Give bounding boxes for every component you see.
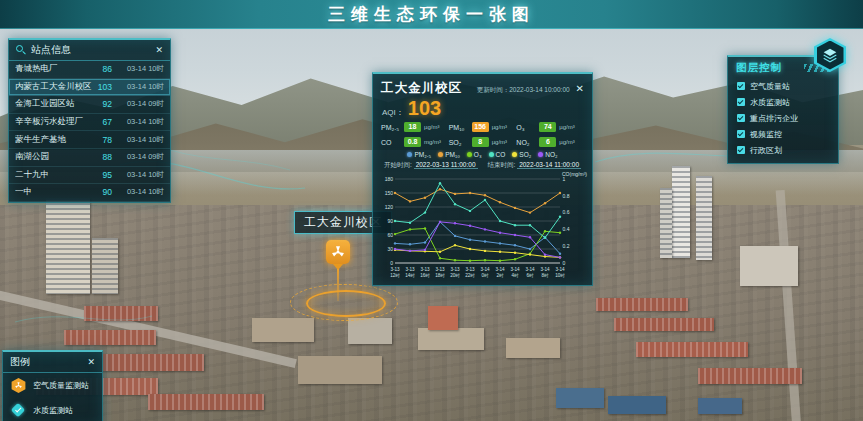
end-time-label: 结束时间:	[488, 161, 516, 168]
pollutant-unit: µg/m³	[559, 139, 574, 145]
station-row[interactable]: 南湖公园8803-14 09时	[9, 149, 170, 167]
svg-text:3-14: 3-14	[555, 267, 565, 272]
building	[556, 388, 604, 408]
svg-text:0.8: 0.8	[562, 193, 569, 199]
station-row[interactable]: 青城热电厂8603-14 10时	[9, 61, 170, 79]
building	[46, 198, 90, 294]
legend-dot-icon	[489, 152, 494, 157]
chart-legend-item[interactable]: SO₂	[512, 151, 531, 158]
station-row[interactable]: 一中9003-14 10时	[9, 184, 170, 202]
pollutant-value-badge: 6	[539, 137, 556, 147]
start-time-label: 开始时间:	[384, 161, 412, 168]
station-time: 03-14 10时	[112, 64, 164, 74]
svg-text:16时: 16时	[420, 273, 430, 278]
station-aqi: 103	[92, 82, 112, 92]
start-time-group: 开始时间: 2022-03-13 11:00:00	[384, 161, 478, 170]
station-aqi: 78	[92, 135, 112, 145]
layer-checkbox[interactable]	[737, 82, 745, 90]
svg-text:3-13: 3-13	[465, 267, 475, 272]
chart-legend-item[interactable]: O₃	[467, 151, 482, 158]
map-legend-panel: 图例 ✕ 空气质量监测站水质监测站	[2, 350, 103, 421]
building	[148, 394, 264, 410]
station-row[interactable]: 辛辛板污水处理厂6703-14 10时	[9, 114, 170, 132]
svg-text:8时: 8时	[541, 273, 549, 278]
station-row[interactable]: 蒙牛生产基地7803-14 10时	[9, 131, 170, 149]
legend-dot-icon	[438, 152, 443, 157]
chart-legend-item[interactable]: CO	[489, 151, 506, 158]
station-row[interactable]: 二十九中9503-14 10时	[9, 167, 170, 185]
pollutant-metric: NO₂6µg/m³	[516, 137, 584, 147]
close-icon[interactable]: ✕	[87, 357, 95, 367]
pollutant-label: PM₁₀	[449, 124, 469, 131]
building	[614, 318, 714, 331]
pollutant-label: NO₂	[516, 139, 536, 146]
building	[506, 338, 560, 358]
close-icon[interactable]: ✕	[576, 83, 584, 94]
layer-checkbox[interactable]	[737, 114, 745, 122]
svg-text:3-14: 3-14	[525, 267, 535, 272]
building	[252, 318, 314, 342]
map-viewport[interactable]: 三维生态环保一张图 站点信息 ✕ 青城热电厂8603-14 10时内蒙古工大金川…	[0, 0, 863, 421]
time-range-row: 开始时间: 2022-03-13 11:00:00 结束时间: 2022-03-…	[373, 159, 592, 171]
pollutant-grid: PM₂.₅18µg/m³PM₁₀156µg/m³O₃74µg/m³CO0.8mg…	[373, 118, 592, 149]
station-panel-title: 站点信息	[31, 43, 71, 57]
building	[92, 238, 118, 294]
chart-legend-item[interactable]: NO₂	[538, 151, 557, 158]
layer-item[interactable]: 重点排污企业	[728, 110, 838, 126]
layer-item[interactable]: 空气质量站	[728, 78, 838, 94]
station-aqi: 90	[92, 187, 112, 197]
start-time-input[interactable]: 2022-03-13 11:00:00	[414, 161, 478, 169]
chart-legend-item[interactable]: PM₂.₅	[407, 151, 431, 158]
svg-text:3-13: 3-13	[420, 267, 430, 272]
layer-checkbox[interactable]	[737, 146, 745, 154]
svg-text:20时: 20时	[450, 273, 460, 278]
end-time-group: 结束时间: 2022-03-14 11:00:00	[488, 161, 582, 170]
station-time: 03-14 09时	[112, 99, 164, 109]
chart-legend-item[interactable]: PM₁₀	[438, 151, 460, 158]
chart-legend: PM₂.₅PM₁₀O₃COSO₂NO₂	[373, 149, 592, 159]
building	[596, 298, 688, 311]
search-icon[interactable]	[16, 45, 26, 55]
svg-text:10时: 10时	[555, 273, 565, 278]
legend-dot-icon	[538, 152, 543, 157]
layer-item[interactable]: 水质监测站	[728, 94, 838, 110]
building	[660, 188, 672, 258]
legend-dot-icon	[467, 152, 472, 157]
station-name: 南湖公园	[15, 151, 92, 163]
svg-text:3-14: 3-14	[510, 267, 520, 272]
station-aqi: 86	[92, 64, 112, 74]
pollutant-metric: O₃74µg/m³	[516, 122, 584, 132]
station-row[interactable]: 金海工业园区站9203-14 09时	[9, 96, 170, 114]
station-marker-icon[interactable]	[326, 240, 350, 264]
end-time-input[interactable]: 2022-03-14 11:00:00	[517, 161, 581, 169]
layers-widget-button[interactable]	[814, 38, 846, 72]
building	[428, 306, 458, 330]
building	[348, 318, 392, 344]
legend-label: CO	[496, 151, 506, 158]
legend-dot-icon	[512, 152, 517, 157]
layer-checkbox[interactable]	[737, 98, 745, 106]
update-time-value: 2022-03-14 10:00:00	[509, 86, 569, 93]
station-row[interactable]: 内蒙古工大金川校区10303-14 10时	[9, 79, 170, 97]
station-time: 03-14 10时	[112, 187, 164, 197]
pollutant-value-badge: 18	[404, 122, 421, 132]
svg-text:90: 90	[387, 218, 393, 224]
water-station-diamond-icon	[11, 403, 25, 417]
station-time: 03-14 10时	[112, 135, 164, 145]
svg-text:22时: 22时	[465, 273, 475, 278]
svg-text:3-14: 3-14	[540, 267, 550, 272]
station-aqi: 95	[92, 170, 112, 180]
layer-checkbox[interactable]	[737, 130, 745, 138]
layer-item[interactable]: 行政区划	[728, 142, 838, 158]
svg-text:0.2: 0.2	[562, 243, 569, 249]
close-icon[interactable]: ✕	[155, 45, 163, 55]
pollutant-unit: µg/m³	[492, 139, 507, 145]
pollutant-metric: PM₂.₅18µg/m³	[381, 122, 449, 132]
station-panel-titlebar: 站点信息 ✕	[9, 40, 170, 61]
layer-item[interactable]: 视频监控	[728, 126, 838, 142]
pollutant-unit: mg/m³	[424, 139, 441, 145]
popup-title: 工大金川校区	[381, 80, 462, 97]
legend-dot-icon	[407, 152, 412, 157]
svg-text:60: 60	[387, 232, 393, 238]
building	[740, 246, 798, 286]
